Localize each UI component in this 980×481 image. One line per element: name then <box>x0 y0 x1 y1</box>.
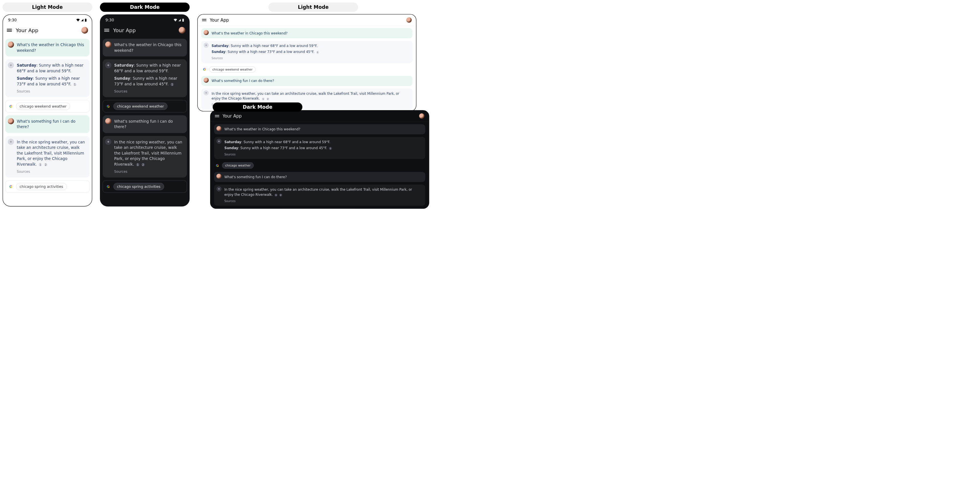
mode-label-light: Light Mode <box>3 3 92 12</box>
user-avatar-icon <box>105 41 111 48</box>
avatar[interactable] <box>419 113 425 119</box>
sources-link[interactable]: Sources <box>224 199 422 203</box>
citation-badge[interactable]: 1 <box>170 83 174 86</box>
google-icon <box>8 104 13 109</box>
user-avatar-icon <box>8 118 14 124</box>
menu-icon[interactable] <box>104 29 109 32</box>
status-icons <box>76 19 87 22</box>
citation-badge[interactable]: 2 <box>44 163 48 167</box>
citation-badge[interactable]: 2 <box>279 194 282 196</box>
ai-spark-icon <box>105 139 111 145</box>
app-title: Your App <box>210 17 403 22</box>
suggestion-chip[interactable]: chicago spring activities <box>113 183 164 190</box>
sat-label: Saturday <box>212 44 229 48</box>
ai-spark-icon <box>8 139 14 145</box>
user-message: What's the weather in Chicago this weeke… <box>5 39 89 57</box>
sun-label: Sunday <box>114 76 130 81</box>
user-message: What's the weather in Chicago this weeke… <box>102 39 187 57</box>
status-bar: 9:30 <box>100 15 189 24</box>
suggestion-chip[interactable]: chicago weather <box>222 162 254 169</box>
ai-message: In the nice spring weather, you can take… <box>102 136 187 177</box>
signal-icon <box>178 19 181 21</box>
svg-rect-0 <box>85 19 86 22</box>
ai-message: Saturday: Sunny with a high near 68°F an… <box>214 137 425 159</box>
suggestion-chip[interactable]: chicago weekend weather <box>16 102 70 110</box>
phone-frame-dark: 9:30 Your App What's the weather in Chic… <box>100 14 189 206</box>
suggestion-chip[interactable]: chicago weekend weather <box>113 102 167 110</box>
user-message-text: What's something fun I can do there? <box>17 119 75 129</box>
user-message: What's the weather in Chicago this weeke… <box>201 28 412 38</box>
user-avatar-icon <box>204 78 209 83</box>
citation-badge[interactable]: 1 <box>316 51 319 54</box>
battery-icon <box>84 19 87 22</box>
sources-link[interactable]: Sources <box>17 89 86 94</box>
status-time: 9:30 <box>8 18 16 22</box>
avatar[interactable] <box>81 27 88 33</box>
suggestion-chip[interactable]: chicago spring activities <box>16 183 67 190</box>
citation-badge[interactable]: 1 <box>274 194 277 196</box>
sat-label: Saturday <box>17 63 37 68</box>
user-message-text: What's the weather in Chicago this weeke… <box>114 43 181 52</box>
avatar[interactable] <box>179 27 185 33</box>
ai-message: Saturday: Sunny with a high near 68°F an… <box>201 41 412 63</box>
user-message-text: What's something fun I can do there? <box>114 119 173 129</box>
suggestion-row: chicago spring activities <box>102 181 187 193</box>
app-bar: Your App <box>100 24 189 37</box>
sun-label: Sunday <box>212 50 226 54</box>
ai-message: Saturday: Sunny with a high near 68°F an… <box>102 59 187 97</box>
status-icons <box>174 19 184 22</box>
user-avatar-icon <box>216 126 221 131</box>
ai-message-text: In the nice spring weather, you can take… <box>224 187 412 196</box>
wifi-icon <box>76 19 80 21</box>
menu-icon[interactable] <box>215 115 219 117</box>
mode-label-dark: Dark Mode <box>100 3 189 12</box>
status-bar: 9:30 <box>3 15 92 24</box>
citation-badge[interactable]: 1 <box>39 163 42 167</box>
user-message: What's something fun I can do there? <box>201 76 412 86</box>
user-avatar-icon <box>216 174 221 179</box>
ai-message-text: In the nice spring weather, you can take… <box>212 92 399 100</box>
app-title: Your App <box>223 114 416 119</box>
avatar[interactable] <box>406 17 412 23</box>
menu-icon[interactable] <box>7 29 12 32</box>
sun-label: Sunday <box>224 146 238 150</box>
svg-rect-2 <box>182 19 184 22</box>
mode-label-dark: Dark Mode <box>213 102 302 111</box>
citation-badge[interactable]: 1 <box>136 163 140 167</box>
chat-pane: What's the weather in Chicago this weeke… <box>197 25 416 111</box>
citation-badge[interactable]: 2 <box>142 163 145 167</box>
chat-pane: What's the weather in Chicago this weeke… <box>100 37 189 195</box>
signal-icon <box>81 19 84 21</box>
sources-link[interactable]: Sources <box>114 89 183 94</box>
sat-label: Saturday <box>114 63 134 68</box>
google-icon <box>215 163 220 168</box>
suggestion-chip[interactable]: chicago weekend weather <box>209 66 256 73</box>
menu-icon[interactable] <box>202 19 207 21</box>
suggestion-row: chicago weekend weather <box>102 100 187 113</box>
citation-badge[interactable]: 1 <box>329 147 332 150</box>
sun-body: : Sunny with a high near 73°F and a low … <box>238 146 328 150</box>
user-message-text: What's the weather in Chicago this weeke… <box>17 43 84 52</box>
sources-link[interactable]: Sources <box>224 152 422 157</box>
ai-message: Saturday: Sunny with a high near 68°F an… <box>5 59 89 97</box>
user-message: What's the weather in Chicago this weeke… <box>214 124 425 135</box>
sat-body: : Sunny with a high near 68°F and a low … <box>229 44 318 48</box>
citation-badge[interactable]: 2 <box>267 98 269 100</box>
ai-spark-icon <box>105 62 111 68</box>
user-message: What's something fun I can do there? <box>214 172 425 182</box>
sources-link[interactable]: Sources <box>17 169 86 174</box>
user-message-text: What's something fun I can do there? <box>212 79 274 83</box>
phone-frame-light: 9:30 Your App What's the weather in Chic… <box>3 14 92 206</box>
status-time: 9:30 <box>105 18 114 22</box>
sat-label: Saturday <box>224 140 242 144</box>
google-icon <box>8 184 13 189</box>
user-avatar-icon <box>204 30 209 35</box>
google-icon <box>202 67 207 72</box>
sources-link[interactable]: Sources <box>114 169 183 174</box>
ai-spark-icon <box>216 186 221 192</box>
citation-badge[interactable]: 1 <box>262 98 264 100</box>
ai-spark-icon <box>216 139 221 144</box>
sources-link[interactable]: Sources <box>212 56 409 60</box>
chat-pane: What's the weather in Chicago this weeke… <box>3 37 92 195</box>
citation-badge[interactable]: 1 <box>73 83 76 86</box>
